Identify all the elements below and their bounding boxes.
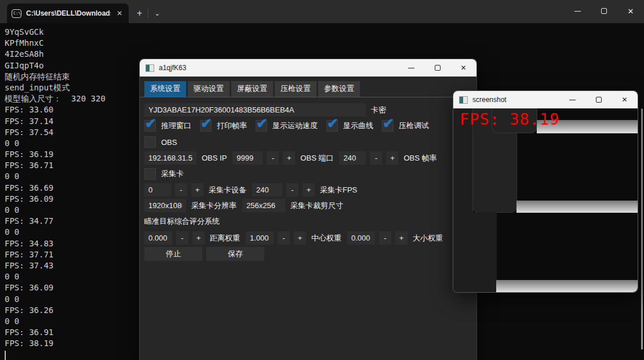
capture-resolution-input[interactable] [144, 199, 186, 212]
capture-card-checkbox[interactable]: 采集卡 [144, 168, 184, 180]
new-tab-button[interactable]: + [137, 8, 142, 19]
settings-tab[interactable]: 屏蔽设置 [231, 81, 273, 97]
center-weight-label: 中心权重 [311, 233, 341, 243]
settings-tab[interactable]: 系统设置 [144, 81, 186, 97]
obs-fps-label: OBS 帧率 [403, 153, 436, 163]
checkbox-box[interactable] [382, 120, 394, 132]
center-weight-input[interactable] [246, 231, 274, 245]
spin-minus-button[interactable]: - [379, 231, 391, 245]
obs-port-input[interactable] [232, 151, 263, 165]
checkbox-label: 压枪调试 [399, 121, 429, 131]
feature-checkbox[interactable]: 显示曲线 [326, 120, 373, 132]
spin-plus-button[interactable]: + [294, 231, 306, 245]
capture-crop-input[interactable] [242, 199, 285, 212]
save-button[interactable]: 保存 [206, 247, 264, 261]
checkbox-box[interactable] [326, 120, 338, 132]
terminal-cursor [5, 351, 6, 360]
minimize-icon [569, 100, 576, 100]
checkbox-label: 显示运动速度 [272, 121, 318, 131]
checkbox-box[interactable] [256, 120, 267, 132]
spin-minus-button[interactable]: - [175, 183, 187, 197]
screenshot-window-title: screenshot [472, 96, 507, 104]
config-titlebar[interactable]: a1qjfK63 ✕ [140, 59, 476, 77]
minimize-button[interactable] [559, 91, 585, 108]
feature-checkbox[interactable]: 显示运动速度 [256, 120, 318, 132]
tab-close-button[interactable]: ✕ [115, 8, 124, 19]
spin-plus-button[interactable]: + [191, 183, 203, 197]
close-icon: ✕ [628, 7, 634, 16]
scoring-title: 瞄准目标综合评分系统 [144, 216, 476, 227]
obs-port-label: OBS 端口 [300, 153, 333, 163]
tab-dropdown-button[interactable]: ⌄ [154, 9, 160, 17]
minimize-button[interactable] [564, 0, 591, 22]
terminal-scrollbar[interactable] [641, 108, 643, 350]
close-button[interactable]: ✕ [450, 59, 476, 77]
config-window-controls: ✕ [398, 59, 476, 77]
checkbox-box[interactable] [200, 120, 212, 132]
distance-weight-input[interactable] [144, 231, 172, 245]
spin-plus-button[interactable]: + [395, 231, 407, 245]
stop-button[interactable]: 停止 [144, 247, 202, 261]
feature-checkbox-row: 推理窗口 打印帧率 显示运动速度 显示曲线 压枪调试 [144, 119, 476, 133]
checkbox-box[interactable] [144, 136, 156, 148]
spin-minus-button[interactable]: - [267, 151, 279, 165]
minimize-icon [408, 68, 414, 68]
spin-plus-button[interactable]: + [303, 183, 315, 197]
terminal-tab[interactable]: C:\ C:\Users\DELL\Downloads\Co ✕ [7, 3, 129, 23]
screenshot-titlebar[interactable]: screenshot ✕ [453, 91, 638, 108]
terminal-tab-bar: C:\ C:\Users\DELL\Downloads\Co ✕ + ⌄ ✕ [0, 0, 644, 23]
maximize-icon [601, 8, 607, 14]
card-key-label: 卡密 [371, 105, 386, 115]
checkbox-label: 显示曲线 [343, 121, 373, 131]
capture-device-input[interactable] [144, 183, 171, 197]
captured-light-bar [496, 280, 638, 292]
checkbox-box[interactable] [144, 120, 156, 132]
close-icon: ✕ [460, 64, 466, 72]
capture-resolution-row: 采集卡分辨率 采集卡裁剪尺寸 [144, 199, 476, 212]
close-button[interactable]: ✕ [612, 91, 638, 108]
terminal-window-controls: ✕ [564, 0, 644, 23]
spin-minus-button[interactable]: - [278, 231, 290, 245]
size-weight-input[interactable] [347, 231, 375, 245]
settings-tab[interactable]: 驱动设置 [188, 81, 230, 97]
spin-plus-button[interactable]: + [283, 151, 295, 165]
minimize-icon [574, 11, 581, 12]
obs-ip-label: OBS IP [202, 154, 227, 162]
spin-minus-button[interactable]: - [176, 231, 188, 245]
spin-plus-button[interactable]: + [192, 231, 205, 245]
settings-tab[interactable]: 压枪设置 [275, 81, 316, 97]
card-key-input[interactable] [144, 103, 366, 117]
fps-overlay-text: FPS: 38.19 [460, 110, 560, 128]
obs-settings-row: OBS IP - + OBS 端口 - + OBS 帧率 [144, 151, 476, 165]
size-weight-label: 大小权重 [413, 233, 443, 243]
spin-plus-button[interactable]: + [386, 151, 398, 165]
capture-device-row: - + 采集卡设备 - + 采集卡FPS [144, 183, 476, 197]
screenshot-window: screenshot ✕ FPS: 38.19 [453, 90, 638, 293]
maximize-button[interactable] [424, 59, 450, 77]
capture-device-label: 采集卡设备 [209, 185, 246, 195]
config-tabs: 系统设置驱动设置屏蔽设置压枪设置参数设置 [144, 81, 476, 97]
screenshot-window-controls: ✕ [559, 91, 638, 108]
obs-ip-input[interactable] [144, 151, 197, 165]
obs-checkbox[interactable]: OBS [144, 136, 177, 148]
feature-checkbox[interactable]: 推理窗口 [144, 120, 191, 132]
checkbox-label: 采集卡 [161, 169, 184, 179]
app-icon [145, 64, 154, 72]
distance-weight-label: 距离权重 [210, 233, 240, 243]
checkbox-box[interactable] [144, 168, 156, 180]
maximize-button[interactable] [591, 0, 617, 22]
capture-fps-input[interactable] [252, 183, 282, 197]
capture-resolution-label: 采集卡分辨率 [191, 201, 237, 211]
feature-checkbox[interactable]: 压枪调试 [382, 120, 429, 132]
maximize-button[interactable] [585, 91, 612, 108]
spin-minus-button[interactable]: - [286, 183, 299, 197]
close-button[interactable]: ✕ [617, 0, 644, 22]
desktop: C:\ C:\Users\DELL\Downloads\Co ✕ + ⌄ ✕ 9… [0, 0, 644, 360]
feature-checkbox[interactable]: 打印帧率 [200, 120, 247, 132]
maximize-icon [435, 65, 441, 71]
settings-tab[interactable]: 参数设置 [318, 81, 360, 97]
captured-light-bar [516, 201, 638, 213]
obs-fps-input[interactable] [339, 151, 366, 165]
spin-minus-button[interactable]: - [370, 151, 382, 165]
minimize-button[interactable] [398, 59, 424, 77]
